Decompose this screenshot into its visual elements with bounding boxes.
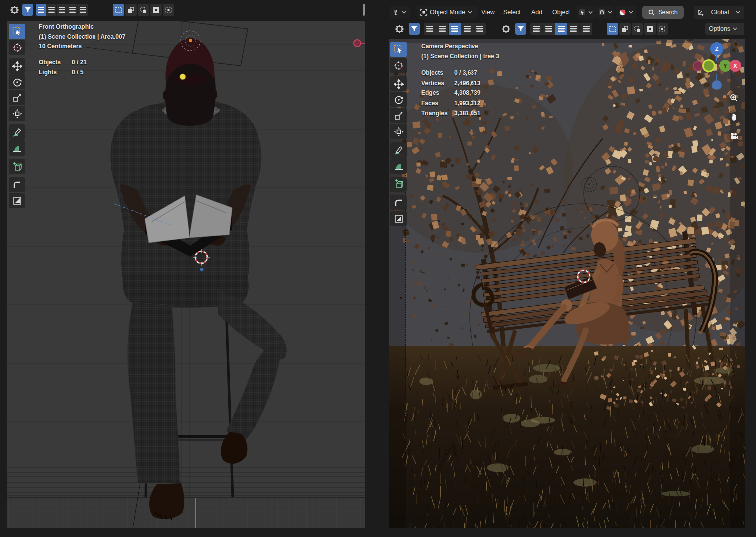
left-toolbar[interactable]: [9, 24, 26, 209]
front-orthographic-scene: [7, 21, 365, 528]
pivot-icon: [579, 9, 586, 16]
menu-add[interactable]: Add: [528, 6, 545, 19]
collection-row-icon[interactable]: [449, 23, 461, 35]
add-cube-tool[interactable]: [9, 159, 25, 174]
stat-row: Triangles3,381,051: [421, 108, 499, 119]
active-collection: (1) Scene Collection | Area.007: [39, 32, 125, 42]
collection-row-icon[interactable]: [424, 23, 436, 35]
select-extend-mode-icon[interactable]: [619, 23, 631, 35]
select-subtract-mode-icon[interactable]: [138, 4, 149, 16]
scale-tool[interactable]: [390, 108, 407, 123]
rounded-corner-tool[interactable]: [9, 177, 25, 192]
gizmo-minus-z-axis[interactable]: [712, 80, 722, 90]
gizmo-z-axis[interactable]: Z: [710, 42, 723, 55]
pan-hand-icon[interactable]: [727, 110, 740, 123]
rotate-tool[interactable]: [9, 74, 25, 90]
search-icon: [648, 9, 655, 16]
stat-row: Objects0 / 3,637: [421, 68, 499, 78]
select-subtract-mode-icon[interactable]: [632, 23, 643, 35]
editor-type-icon: [393, 9, 399, 16]
collection-row-icon[interactable]: [57, 4, 67, 16]
collection-row-icon[interactable]: [67, 4, 78, 16]
editor-type-button[interactable]: [390, 6, 410, 19]
collection-row-icon[interactable]: [36, 4, 46, 16]
fill-region-tool[interactable]: [9, 193, 25, 208]
collection-row-icon[interactable]: [530, 23, 543, 35]
snap-dropdown[interactable]: [596, 6, 614, 19]
menu-object[interactable]: Object: [549, 6, 573, 19]
collection-row-icon[interactable]: [567, 23, 580, 35]
add-cube-tool[interactable]: [390, 177, 407, 192]
scale-tool[interactable]: [9, 90, 25, 105]
right-select-mode-group[interactable]: [607, 23, 668, 35]
select-box-mode-icon[interactable]: [113, 4, 124, 16]
collection-filter-group-2[interactable]: [530, 23, 592, 35]
left-viewport-header: [7, 4, 365, 17]
search-button[interactable]: Search: [642, 6, 684, 19]
left-viewport-overlay-text: Front Orthographic (1) Scene Collection …: [39, 22, 125, 78]
view-name: Front Orthographic: [39, 22, 125, 32]
rotate-tool[interactable]: [390, 92, 407, 107]
gear-icon[interactable]: [500, 23, 511, 35]
select-box-mode-icon[interactable]: [607, 23, 618, 35]
transform-orientation-dropdown[interactable]: Global: [694, 6, 744, 19]
select-intersect-mode-icon[interactable]: [163, 4, 174, 16]
filter-icon[interactable]: [515, 23, 526, 35]
collection-row-icon[interactable]: [46, 4, 57, 16]
proportional-edit-dropdown[interactable]: [616, 6, 636, 19]
collection-row-icon[interactable]: [436, 23, 449, 35]
select-box-tool[interactable]: [9, 24, 25, 39]
gear-icon[interactable]: [394, 23, 405, 35]
area-resize-handle[interactable]: [363, 4, 365, 16]
transform-pivot-dropdown[interactable]: [577, 6, 595, 19]
transform-tool[interactable]: [9, 106, 25, 121]
menu-view[interactable]: View: [478, 6, 498, 19]
select-intersect-mode-icon[interactable]: [657, 23, 668, 35]
snap-icon: [598, 9, 605, 16]
measure-tool[interactable]: [390, 158, 407, 174]
object-mode-icon: [420, 9, 427, 16]
gizmo-x-axis[interactable]: X: [729, 60, 741, 72]
gizmo-minus-x-axis[interactable]: [693, 61, 703, 71]
light-object-dot: [354, 40, 361, 47]
collection-row-icon[interactable]: [78, 4, 88, 16]
annotate-tool[interactable]: [390, 142, 407, 158]
collection-filter-group-1[interactable]: [424, 23, 486, 35]
camera-icon[interactable]: [727, 130, 740, 143]
move-tool[interactable]: [9, 58, 25, 74]
right-toolbar[interactable]: [390, 42, 407, 227]
transform-tool[interactable]: [390, 124, 407, 139]
collection-row-icon[interactable]: [555, 23, 567, 35]
move-tool[interactable]: [390, 76, 407, 91]
gizmo-y-front[interactable]: [702, 59, 715, 72]
object-origin-dot: [200, 268, 204, 271]
gear-icon[interactable]: [9, 4, 20, 16]
options-dropdown[interactable]: Options: [705, 23, 744, 35]
left-collection-filter-group[interactable]: [36, 4, 88, 16]
cursor-tool[interactable]: [390, 58, 407, 73]
collection-row-icon[interactable]: [543, 23, 555, 35]
collection-row-icon[interactable]: [473, 23, 486, 35]
filter-icon[interactable]: [409, 23, 420, 35]
right-3d-viewport[interactable]: Camera Perspective (1) Scene Collection …: [389, 39, 745, 528]
collection-row-icon[interactable]: [461, 23, 473, 35]
fill-region-tool[interactable]: [390, 211, 407, 226]
zoom-in-icon[interactable]: [727, 92, 740, 105]
select-invert-mode-icon[interactable]: [150, 4, 162, 16]
collection-row-icon[interactable]: [580, 23, 592, 35]
stat-row: Edges4,308,739: [421, 88, 499, 98]
annotate-tool[interactable]: [9, 124, 25, 140]
measure-tool[interactable]: [9, 140, 25, 156]
rounded-corner-tool[interactable]: [390, 195, 407, 210]
cursor-tool[interactable]: [9, 40, 25, 55]
wireframe-figure: [110, 38, 287, 520]
menu-select[interactable]: Select: [500, 6, 524, 19]
scale-indicator: 10 Centimeters: [39, 42, 125, 52]
select-box-tool[interactable]: [390, 42, 407, 57]
select-extend-mode-icon[interactable]: [125, 4, 137, 16]
filter-icon[interactable]: [22, 4, 33, 16]
left-select-mode-group[interactable]: [113, 4, 174, 16]
select-invert-mode-icon[interactable]: [644, 23, 656, 35]
left-3d-viewport[interactable]: Front Orthographic (1) Scene Collection …: [7, 21, 365, 528]
object-mode-dropdown[interactable]: Object Mode: [417, 6, 478, 19]
